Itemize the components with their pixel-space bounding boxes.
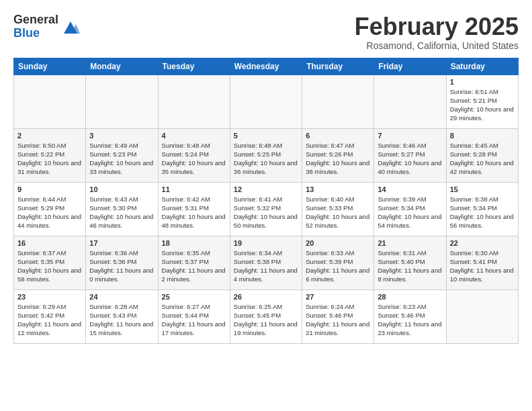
logo-text: General Blue [13, 13, 58, 40]
day-info: Sunrise: 6:34 AM Sunset: 5:38 PM Dayligh… [234, 248, 298, 284]
day-info: Sunrise: 6:30 AM Sunset: 5:41 PM Dayligh… [450, 248, 515, 284]
day-cell: 7Sunrise: 6:46 AM Sunset: 5:27 PM Daylig… [374, 128, 446, 182]
day-number: 17 [89, 239, 154, 247]
day-info: Sunrise: 6:23 AM Sunset: 5:46 PM Dayligh… [378, 302, 442, 338]
day-cell [14, 75, 86, 128]
week-row-4: 16Sunrise: 6:37 AM Sunset: 5:35 PM Dayli… [14, 236, 519, 289]
day-number: 24 [89, 293, 154, 301]
day-cell: 17Sunrise: 6:36 AM Sunset: 5:36 PM Dayli… [86, 236, 158, 289]
logo-blue: Blue [13, 27, 58, 40]
day-number: 3 [89, 132, 154, 140]
day-number: 26 [234, 293, 298, 301]
page: General Blue February 2025 Rosamond, Cal… [0, 0, 532, 351]
day-info: Sunrise: 6:39 AM Sunset: 5:34 PM Dayligh… [378, 195, 442, 230]
day-number: 5 [234, 132, 298, 140]
day-info: Sunrise: 6:24 AM Sunset: 5:46 PM Dayligh… [306, 302, 370, 338]
day-info: Sunrise: 6:49 AM Sunset: 5:23 PM Dayligh… [89, 141, 154, 177]
weekday-header-monday: Monday [86, 58, 158, 75]
day-cell: 14Sunrise: 6:39 AM Sunset: 5:34 PM Dayli… [374, 182, 446, 236]
day-number: 13 [306, 185, 370, 193]
day-number: 27 [306, 293, 370, 301]
day-info: Sunrise: 6:45 AM Sunset: 5:28 PM Dayligh… [450, 141, 515, 177]
logo-icon [61, 17, 80, 36]
week-row-5: 23Sunrise: 6:29 AM Sunset: 5:42 PM Dayli… [14, 289, 519, 343]
day-number: 28 [378, 293, 442, 301]
day-number: 14 [378, 185, 442, 193]
day-info: Sunrise: 6:37 AM Sunset: 5:35 PM Dayligh… [17, 248, 82, 284]
day-cell: 25Sunrise: 6:27 AM Sunset: 5:44 PM Dayli… [158, 289, 230, 343]
day-cell: 10Sunrise: 6:43 AM Sunset: 5:30 PM Dayli… [86, 182, 158, 236]
day-number: 18 [162, 239, 226, 247]
month-title: February 2025 [355, 13, 519, 40]
day-number: 10 [89, 185, 154, 193]
day-cell: 16Sunrise: 6:37 AM Sunset: 5:35 PM Dayli… [14, 236, 86, 289]
day-cell [374, 75, 446, 128]
location: Rosamond, California, United States [355, 40, 519, 51]
day-cell: 1Sunrise: 6:51 AM Sunset: 5:21 PM Daylig… [446, 75, 518, 128]
day-number: 11 [162, 185, 226, 193]
day-number: 22 [450, 239, 515, 247]
day-number: 1 [450, 78, 515, 86]
day-info: Sunrise: 6:31 AM Sunset: 5:40 PM Dayligh… [378, 248, 442, 284]
day-info: Sunrise: 6:42 AM Sunset: 5:31 PM Dayligh… [162, 195, 226, 230]
day-cell [86, 75, 158, 128]
day-info: Sunrise: 6:35 AM Sunset: 5:37 PM Dayligh… [162, 248, 226, 284]
day-cell: 20Sunrise: 6:33 AM Sunset: 5:39 PM Dayli… [302, 236, 374, 289]
logo-general: General [13, 13, 58, 27]
day-number: 16 [17, 239, 82, 247]
day-number: 6 [306, 132, 370, 140]
day-cell: 4Sunrise: 6:48 AM Sunset: 5:24 PM Daylig… [158, 128, 230, 182]
day-cell: 19Sunrise: 6:34 AM Sunset: 5:38 PM Dayli… [230, 236, 302, 289]
day-cell [158, 75, 230, 128]
weekday-header-tuesday: Tuesday [158, 58, 230, 75]
day-cell [302, 75, 374, 128]
weekday-header-friday: Friday [374, 58, 446, 75]
week-row-3: 9Sunrise: 6:44 AM Sunset: 5:29 PM Daylig… [14, 182, 519, 236]
weekday-header-sunday: Sunday [14, 58, 86, 75]
day-number: 19 [234, 239, 298, 247]
day-cell [446, 289, 518, 343]
day-cell: 22Sunrise: 6:30 AM Sunset: 5:41 PM Dayli… [446, 236, 518, 289]
day-cell: 5Sunrise: 6:48 AM Sunset: 5:25 PM Daylig… [230, 128, 302, 182]
day-info: Sunrise: 6:43 AM Sunset: 5:30 PM Dayligh… [89, 195, 154, 230]
day-cell: 2Sunrise: 6:50 AM Sunset: 5:22 PM Daylig… [14, 128, 86, 182]
weekday-header-thursday: Thursday [302, 58, 374, 75]
day-info: Sunrise: 6:48 AM Sunset: 5:25 PM Dayligh… [234, 141, 298, 177]
day-info: Sunrise: 6:51 AM Sunset: 5:21 PM Dayligh… [450, 87, 515, 123]
day-info: Sunrise: 6:27 AM Sunset: 5:44 PM Dayligh… [162, 302, 226, 338]
title-block: February 2025 Rosamond, California, Unit… [355, 13, 519, 51]
day-cell: 3Sunrise: 6:49 AM Sunset: 5:23 PM Daylig… [86, 128, 158, 182]
day-info: Sunrise: 6:40 AM Sunset: 5:33 PM Dayligh… [306, 195, 370, 230]
day-info: Sunrise: 6:29 AM Sunset: 5:42 PM Dayligh… [17, 302, 82, 338]
calendar: SundayMondayTuesdayWednesdayThursdayFrid… [13, 58, 519, 344]
day-info: Sunrise: 6:44 AM Sunset: 5:29 PM Dayligh… [17, 195, 82, 230]
day-info: Sunrise: 6:25 AM Sunset: 5:45 PM Dayligh… [234, 302, 298, 338]
day-cell: 28Sunrise: 6:23 AM Sunset: 5:46 PM Dayli… [374, 289, 446, 343]
header: General Blue February 2025 Rosamond, Cal… [13, 13, 519, 51]
day-number: 12 [234, 185, 298, 193]
day-cell: 27Sunrise: 6:24 AM Sunset: 5:46 PM Dayli… [302, 289, 374, 343]
weekday-header-row: SundayMondayTuesdayWednesdayThursdayFrid… [14, 58, 519, 75]
day-number: 8 [450, 132, 515, 140]
day-info: Sunrise: 6:33 AM Sunset: 5:39 PM Dayligh… [306, 248, 370, 284]
day-number: 2 [17, 132, 82, 140]
day-cell: 15Sunrise: 6:38 AM Sunset: 5:34 PM Dayli… [446, 182, 518, 236]
day-number: 7 [378, 132, 442, 140]
day-cell: 13Sunrise: 6:40 AM Sunset: 5:33 PM Dayli… [302, 182, 374, 236]
week-row-2: 2Sunrise: 6:50 AM Sunset: 5:22 PM Daylig… [14, 128, 519, 182]
weekday-header-wednesday: Wednesday [230, 58, 302, 75]
day-info: Sunrise: 6:50 AM Sunset: 5:22 PM Dayligh… [17, 141, 82, 177]
day-info: Sunrise: 6:36 AM Sunset: 5:36 PM Dayligh… [89, 248, 154, 284]
day-cell: 12Sunrise: 6:41 AM Sunset: 5:32 PM Dayli… [230, 182, 302, 236]
day-cell: 24Sunrise: 6:28 AM Sunset: 5:43 PM Dayli… [86, 289, 158, 343]
day-cell: 9Sunrise: 6:44 AM Sunset: 5:29 PM Daylig… [14, 182, 86, 236]
logo: General Blue [13, 13, 80, 40]
week-row-1: 1Sunrise: 6:51 AM Sunset: 5:21 PM Daylig… [14, 75, 519, 128]
day-info: Sunrise: 6:46 AM Sunset: 5:27 PM Dayligh… [378, 141, 442, 177]
weekday-header-saturday: Saturday [446, 58, 518, 75]
day-info: Sunrise: 6:48 AM Sunset: 5:24 PM Dayligh… [162, 141, 226, 177]
day-info: Sunrise: 6:47 AM Sunset: 5:26 PM Dayligh… [306, 141, 370, 177]
day-number: 9 [17, 185, 82, 193]
day-number: 4 [162, 132, 226, 140]
day-cell: 21Sunrise: 6:31 AM Sunset: 5:40 PM Dayli… [374, 236, 446, 289]
